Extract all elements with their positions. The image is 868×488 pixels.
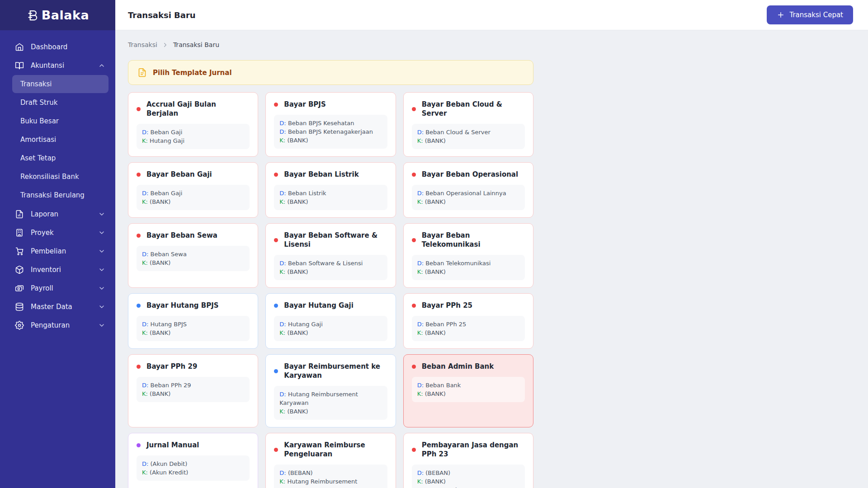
template-card-bayar-beban-software-lisensi[interactable]: Bayar Beban Software & LisensiD Beban So… (265, 223, 396, 288)
journal-line-account: (BANK) (150, 390, 170, 397)
journal-line: K (BANK) (142, 328, 244, 337)
journal-line: K (BANK) (142, 197, 244, 206)
template-card-karyawan-reimburse-pengeluaran[interactable]: Karyawan Reimburse PengeluaranD (BEBAN)K… (265, 433, 396, 488)
journal-line: D Beban Sewa (142, 250, 244, 258)
template-card-bayar-beban-gaji[interactable]: Bayar Beban GajiD Beban GajiK (BANK) (128, 162, 258, 218)
balaka-logo-icon (26, 9, 40, 22)
journal-line: K (BANK) (142, 258, 244, 267)
journal-line-label: D (279, 120, 286, 127)
journal-line-label: D (142, 251, 148, 258)
sidebar-subitem-amortisasi[interactable]: Amortisasi (12, 131, 108, 149)
template-title: Pembayaran Jasa dengan PPh 23 (422, 441, 525, 459)
sidebar-item-payroll[interactable]: Payroll (0, 279, 115, 297)
template-card-bayar-beban-operasional[interactable]: Bayar Beban OperasionalD Beban Operasion… (403, 162, 533, 218)
journal-line-account: Hutang Gaji (150, 137, 184, 144)
page-header: Transaksi Baru Transaksi Cepat (115, 0, 868, 30)
sidebar-subitem-label: Transaksi Berulang (20, 191, 85, 199)
status-dot-icon (137, 107, 141, 111)
template-card-pembayaran-jasa-dengan-pph-23[interactable]: Pembayaran Jasa dengan PPh 23D (BEBAN)K … (403, 433, 533, 488)
status-dot-icon (274, 238, 278, 242)
template-card-bayar-beban-cloud-server[interactable]: Bayar Beban Cloud & ServerD Beban Cloud … (403, 92, 533, 157)
journal-line-account: Hutang Reimbursement Karyawan (279, 391, 358, 406)
journal-line: D Beban Gaji (142, 128, 244, 136)
journal-line: K (BANK) (417, 197, 519, 206)
template-card-accrual-gaji-bulan-berjalan[interactable]: Accrual Gaji Bulan BerjalanD Beban GajiK… (128, 92, 258, 157)
journal-line-label: K (142, 329, 148, 336)
journal-line-account: (BANK) (287, 268, 308, 275)
sidebar-item-akuntansi[interactable]: Akuntansi (0, 56, 115, 75)
template-title: Bayar Beban Software & Lisensi (284, 231, 387, 249)
template-card-bayar-reimbursement-ke-karyawan[interactable]: Bayar Reimbursement ke KaryawanD Hutang … (265, 354, 396, 427)
sidebar-subitem-aset-tetap[interactable]: Aset Tetap (12, 149, 108, 167)
sidebar-item-pembelian[interactable]: Pembelian (0, 242, 115, 260)
status-dot-icon (137, 234, 141, 238)
status-dot-icon (412, 304, 416, 308)
journal-line-label: D (142, 382, 148, 389)
journal-line-label: D (279, 128, 286, 135)
journal-line: D Beban Bank (417, 381, 519, 389)
status-dot-icon (412, 173, 416, 177)
journal-line: D Beban BPJS Kesehatan (279, 119, 382, 127)
journal-line: K (BANK) (279, 197, 382, 206)
journal-line-label: D (142, 129, 148, 136)
journal-line: D Beban Operasional Lainnya (417, 189, 519, 197)
journal-line-account: (BANK) (425, 137, 446, 144)
journal-line: D Hutang Gaji (279, 320, 382, 328)
sidebar-subitem-transaksi-berulang[interactable]: Transaksi Berulang (12, 186, 108, 204)
file-text-icon (137, 68, 147, 77)
status-dot-icon (274, 304, 278, 308)
sidebar: Balaka DashboardAkuntansiTransaksiDraft … (0, 0, 115, 488)
journal-line-label: K (142, 259, 148, 266)
chevron-down-icon (98, 266, 105, 273)
template-card-bayar-beban-sewa[interactable]: Bayar Beban SewaD Beban SewaK (BANK) (128, 223, 258, 288)
sidebar-subitem-transaksi[interactable]: Transaksi (12, 75, 108, 93)
journal-line: D Beban PPh 25 (417, 320, 519, 328)
sidebar-subitem-rekonsiliasi-bank[interactable]: Rekonsiliasi Bank (12, 168, 108, 186)
journal-line: D Beban Telekomunikasi (417, 259, 519, 267)
quick-transaction-button[interactable]: Transaksi Cepat (767, 5, 853, 24)
template-card-header: Bayar Hutang BPJS (137, 301, 250, 310)
journal-line-label: D (279, 321, 286, 328)
template-title: Bayar Hutang BPJS (146, 301, 219, 310)
template-card-jurnal-manual[interactable]: Jurnal ManualD (Akun Debit)K (Akun Kredi… (128, 433, 258, 488)
journal-preview: D (BEBAN)K (BANK)K Hutang PPh 23 (412, 465, 525, 488)
template-title: Bayar PPh 29 (146, 362, 197, 371)
journal-line: D Beban Listrik (279, 189, 382, 197)
journal-preview: D (BEBAN)K Hutang Reimbursement Karyawan (274, 465, 387, 488)
template-card-header: Bayar Hutang Gaji (274, 301, 387, 310)
journal-line-account: Beban Telekomunikasi (425, 260, 491, 267)
template-card-header: Karyawan Reimburse Pengeluaran (274, 441, 387, 459)
breadcrumb-item-transaksi[interactable]: Transaksi (128, 41, 157, 48)
template-card-bayar-beban-telekomunikasi[interactable]: Bayar Beban TelekomunikasiD Beban Teleko… (403, 223, 533, 288)
template-card-header: Accrual Gaji Bulan Berjalan (137, 100, 250, 118)
journal-line: D Hutang BPJS (142, 320, 244, 328)
content-area: Transaksi Transaksi Baru Pilih Templa (115, 30, 868, 488)
journal-line-account: (BANK) (150, 329, 170, 336)
sidebar-item-inventori[interactable]: Inventori (0, 260, 115, 279)
sidebar-item-dashboard[interactable]: Dashboard (0, 38, 115, 56)
app-logo[interactable]: Balaka (0, 0, 115, 30)
journal-line-label: D (142, 460, 148, 467)
sidebar-subitem-draft-struk[interactable]: Draft Struk (12, 94, 108, 112)
template-card-bayar-pph-29[interactable]: Bayar PPh 29D Beban PPh 29K (BANK) (128, 354, 258, 427)
template-title: Jurnal Manual (146, 441, 199, 450)
template-card-bayar-pph-25[interactable]: Bayar PPh 25D Beban PPh 25K (BANK) (403, 293, 533, 349)
journal-line: K (Akun Kredit) (142, 468, 244, 477)
template-card-bayar-hutang-bpjs[interactable]: Bayar Hutang BPJSD Hutang BPJSK (BANK) (128, 293, 258, 349)
template-title: Accrual Gaji Bulan Berjalan (146, 100, 250, 118)
sidebar-item-pengaturan[interactable]: Pengaturan (0, 316, 115, 334)
template-card-bayar-beban-listrik[interactable]: Bayar Beban ListrikD Beban ListrikK (BAN… (265, 162, 396, 218)
template-card-beban-admin-bank[interactable]: Beban Admin BankD Beban BankK (BANK) (403, 354, 533, 427)
sidebar-item-proyek[interactable]: Proyek (0, 223, 115, 242)
journal-line-label: D (279, 469, 286, 476)
journal-line: K (BANK) (142, 389, 244, 398)
sidebar-subitem-buku-besar[interactable]: Buku Besar (12, 112, 108, 130)
journal-line-label: K (279, 268, 285, 275)
journal-preview: D (Akun Debit)K (Akun Kredit) (137, 455, 250, 481)
template-card-bayar-bpjs[interactable]: Bayar BPJSD Beban BPJS KesehatanD Beban … (265, 92, 396, 157)
sidebar-item-laporan[interactable]: Laporan (0, 205, 115, 223)
journal-line: K (BANK) (279, 267, 382, 276)
template-card-bayar-hutang-gaji[interactable]: Bayar Hutang GajiD Hutang GajiK (BANK) (265, 293, 396, 349)
sidebar-item-master-data[interactable]: Master Data (0, 297, 115, 316)
journal-line: D Beban PPh 29 (142, 381, 244, 389)
